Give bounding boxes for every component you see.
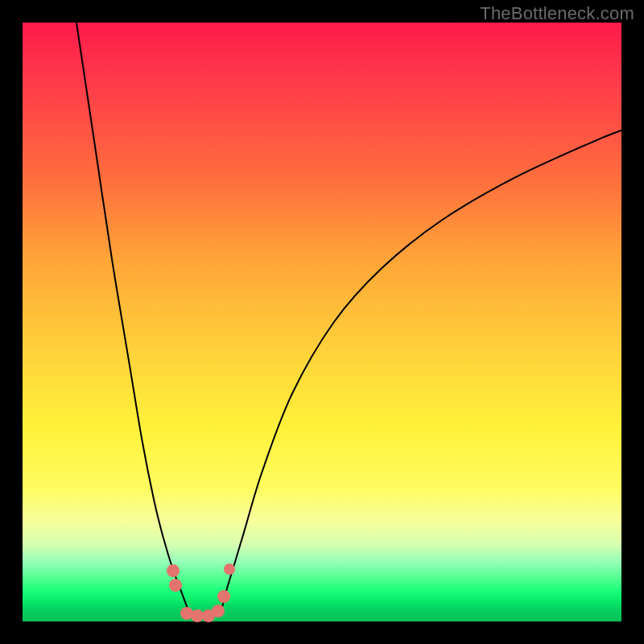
curve-floor-marker (217, 590, 230, 603)
chart-plot-area (23, 23, 621, 621)
curve-path (76, 23, 621, 616)
curve-floor-marker (212, 605, 225, 617)
bottleneck-curve (23, 23, 621, 621)
curve-floor-marker (224, 564, 235, 575)
watermark-text: TheBottleneck.com (480, 3, 634, 24)
